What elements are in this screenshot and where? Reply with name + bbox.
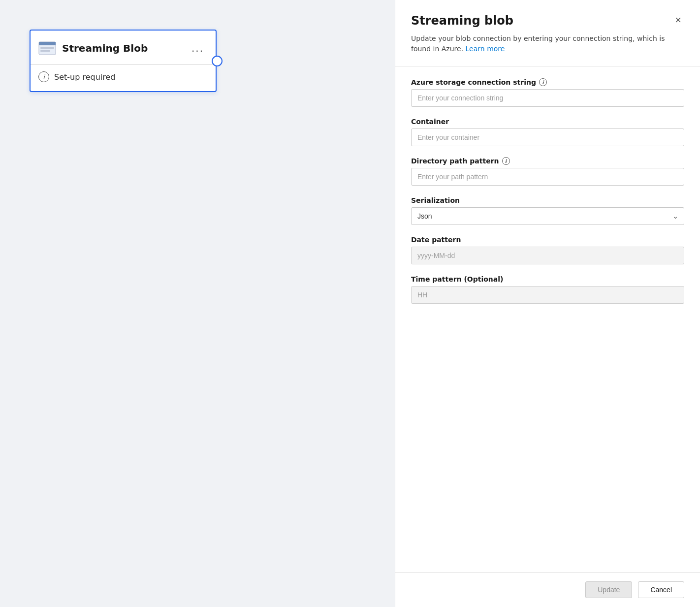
panel-title: Streaming blob xyxy=(411,14,513,28)
blob-icon xyxy=(38,39,56,57)
date-pattern-input xyxy=(411,247,684,264)
svg-rect-2 xyxy=(39,42,56,45)
panel-body: Azure storage connection string i Contai… xyxy=(395,66,700,572)
serialization-select[interactable]: Json CSV Avro xyxy=(411,207,684,225)
serialization-label: Serialization xyxy=(411,196,684,204)
canvas-area: Streaming Blob ... i Set-up required xyxy=(0,0,395,607)
time-pattern-input xyxy=(411,286,684,304)
date-pattern-label: Date pattern xyxy=(411,236,684,244)
serialization-field: Serialization Json CSV Avro ⌄ xyxy=(411,196,684,225)
node-menu-button[interactable]: ... xyxy=(190,42,206,54)
svg-rect-3 xyxy=(40,47,54,49)
path-pattern-label: Directory path pattern i xyxy=(411,157,684,165)
container-input[interactable] xyxy=(411,128,684,146)
panel-footer: Update Cancel xyxy=(395,572,700,607)
connection-string-input[interactable] xyxy=(411,89,684,107)
side-panel: Streaming blob × Update your blob connec… xyxy=(395,0,700,607)
time-pattern-field: Time pattern (Optional) xyxy=(411,275,684,304)
time-pattern-label: Time pattern (Optional) xyxy=(411,275,684,283)
path-pattern-input[interactable] xyxy=(411,168,684,186)
serialization-select-wrapper: Json CSV Avro ⌄ xyxy=(411,207,684,225)
description-text: Update your blob connection by entering … xyxy=(411,34,665,53)
cancel-button[interactable]: Cancel xyxy=(638,581,684,598)
node-header: Streaming Blob ... xyxy=(31,31,216,64)
container-field: Container xyxy=(411,118,684,146)
connection-string-info-icon[interactable]: i xyxy=(539,78,547,86)
container-label: Container xyxy=(411,118,684,126)
connection-string-field: Azure storage connection string i xyxy=(411,78,684,107)
date-pattern-field: Date pattern xyxy=(411,236,684,264)
panel-description: Update your blob connection by entering … xyxy=(395,28,700,66)
learn-more-link[interactable]: Learn more xyxy=(463,45,505,53)
path-pattern-field: Directory path pattern i xyxy=(411,157,684,186)
info-icon: i xyxy=(38,71,49,82)
node-footer: i Set-up required xyxy=(31,64,216,91)
path-pattern-info-icon[interactable]: i xyxy=(502,157,510,165)
node-card: Streaming Blob ... i Set-up required xyxy=(30,30,217,92)
setup-label: Set-up required xyxy=(54,72,115,82)
update-button: Update xyxy=(585,581,632,598)
svg-rect-4 xyxy=(40,50,50,52)
panel-header: Streaming blob × xyxy=(395,0,700,28)
connector-dot[interactable] xyxy=(212,56,223,66)
node-title: Streaming Blob xyxy=(62,42,184,54)
connection-string-label: Azure storage connection string i xyxy=(411,78,684,86)
close-button[interactable]: × xyxy=(672,14,684,27)
